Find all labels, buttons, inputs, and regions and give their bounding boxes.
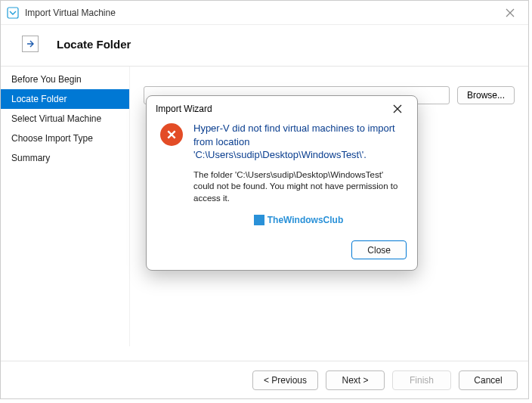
- dialog-title: Import Wizard: [156, 104, 212, 114]
- browse-button[interactable]: Browse...: [457, 86, 515, 104]
- sidebar-item-locate-folder[interactable]: Locate Folder: [1, 89, 129, 109]
- sidebar-item-before-you-begin[interactable]: Before You Begin: [1, 70, 129, 89]
- window-title: Import Virtual Machine: [25, 8, 498, 18]
- titlebar: Import Virtual Machine: [1, 1, 528, 25]
- wizard-header: Locate Folder: [1, 25, 528, 67]
- cancel-button[interactable]: Cancel: [459, 370, 518, 390]
- dialog-detail: The folder 'C:\Users\sudip\Desktop\Windo…: [193, 169, 404, 205]
- dialog-headline: Hyper-V did not find virtual machines to…: [193, 122, 404, 162]
- svg-rect-0: [8, 8, 18, 18]
- sidebar-item-summary[interactable]: Summary: [1, 148, 129, 168]
- wizard-footer: < Previous Next > Finish Cancel: [1, 361, 528, 398]
- watermark-text: TheWindowsClub: [268, 215, 344, 225]
- finish-button: Finish: [392, 370, 451, 390]
- dialog-close-button[interactable]: [387, 98, 408, 119]
- dialog-titlebar: Import Wizard: [147, 96, 417, 122]
- main-window: Import Virtual Machine Locate Folder Bef…: [0, 0, 529, 399]
- error-icon: [160, 123, 183, 146]
- app-icon: [7, 7, 19, 19]
- next-button[interactable]: Next >: [326, 370, 385, 390]
- watermark: TheWindowsClub: [193, 215, 404, 225]
- previous-button[interactable]: < Previous: [252, 370, 318, 390]
- wizard-header-title: Locate Folder: [57, 38, 131, 51]
- sidebar: Before You Begin Locate Folder Select Vi…: [1, 67, 129, 346]
- dialog-footer: Close: [147, 233, 417, 270]
- dialog-text: Hyper-V did not find virtual machines to…: [193, 122, 404, 225]
- sidebar-item-choose-import-type[interactable]: Choose Import Type: [1, 129, 129, 148]
- dialog-close-footer-button[interactable]: Close: [351, 240, 407, 259]
- dialog-body: Hyper-V did not find virtual machines to…: [147, 122, 417, 233]
- error-dialog: Import Wizard Hyper-V did not find virtu…: [146, 95, 418, 271]
- watermark-icon: [254, 215, 264, 225]
- sidebar-item-select-virtual-machine[interactable]: Select Virtual Machine: [1, 109, 129, 129]
- wizard-header-icon: [22, 36, 39, 52]
- window-close-button[interactable]: [498, 1, 522, 25]
